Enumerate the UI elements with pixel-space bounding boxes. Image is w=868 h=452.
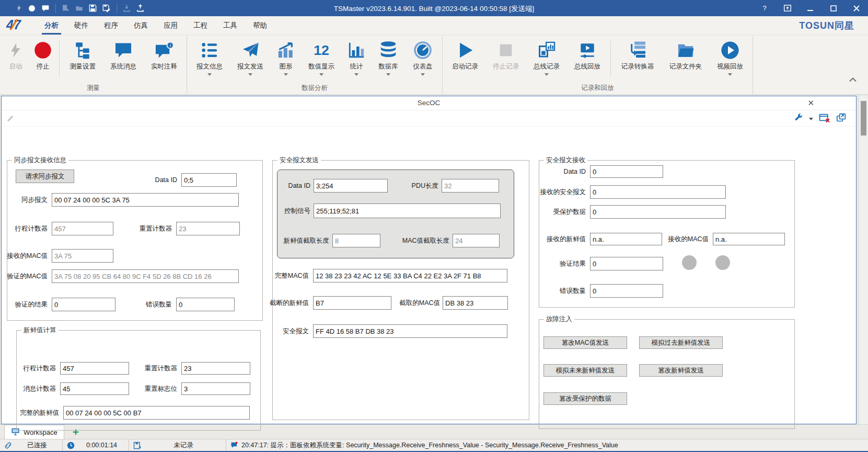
toolbar-system-message[interactable]: 系统消息: [103, 38, 144, 71]
simulate-future-freshness-button[interactable]: 模拟未来新鲜值发送: [543, 364, 627, 377]
tamper-freshness-button[interactable]: 篡改新鲜值发送: [639, 364, 723, 377]
popout-window-icon[interactable]: [836, 113, 847, 125]
toolbar-dashboard[interactable]: 仪表盘: [406, 38, 440, 78]
toolbar-graphics[interactable]: 图形: [271, 38, 301, 78]
menu-simulation[interactable]: 仿真: [126, 16, 156, 35]
wrench-icon[interactable]: [794, 113, 803, 125]
toolbar-video-playback[interactable]: 视频回放: [710, 38, 750, 78]
rx-verify-result-input[interactable]: [590, 257, 663, 270]
received-secure-msg-input[interactable]: [590, 185, 726, 199]
toolbar-record-folder[interactable]: 记录文件夹: [662, 38, 710, 71]
toolbar-record-converter[interactable]: 记录转换器: [614, 38, 662, 71]
rx-data-id-input[interactable]: [590, 165, 663, 178]
toolbar-message-info[interactable]: 报文信息: [189, 38, 230, 78]
close-button[interactable]: [845, 0, 868, 16]
separator: [610, 40, 611, 77]
toolbar-numeric-display[interactable]: 12 数值显示: [301, 38, 342, 78]
database-icon: [379, 38, 398, 62]
svg-text:i: i: [170, 42, 171, 48]
truncated-freshness-input[interactable]: [313, 296, 391, 310]
toolbar-stop-record[interactable]: 停止记录: [485, 38, 526, 71]
edit-pencil-icon[interactable]: [7, 114, 15, 124]
workarea: SecOC ✕ 同步报文接收信息 请求同步报文 Data ID: [0, 95, 868, 424]
tamper-protected-data-button[interactable]: 篡改受保护的数据: [543, 392, 627, 405]
status-message: 20:47:17: 提示：面板依赖系统变量: Security_Message.…: [238, 441, 618, 450]
record-file-icon: [133, 442, 141, 449]
rx-received-mac-input[interactable]: [713, 233, 785, 245]
calc-trip-counter-input[interactable]: [60, 362, 129, 375]
chevron-down-icon: [386, 73, 390, 78]
scrollbar-thumb[interactable]: [861, 101, 866, 135]
toolbar-bus-playback[interactable]: 总线回放: [567, 38, 608, 71]
toolbar-start-record[interactable]: 启动记录: [445, 38, 485, 71]
verified-mac-input[interactable]: [52, 269, 239, 283]
menu-application[interactable]: 应用: [156, 16, 186, 35]
start-record-icon: [456, 38, 474, 62]
field-label: 控制信号: [284, 204, 310, 218]
secoc-toolbar: [2, 110, 856, 127]
group-title: 故障注入: [544, 315, 574, 324]
toolbar-bus-record[interactable]: 总线记录: [526, 38, 567, 78]
request-sync-button[interactable]: 请求同步报文: [16, 170, 74, 183]
verify-result-input[interactable]: [52, 298, 115, 311]
menu-hardware[interactable]: 硬件: [66, 16, 96, 35]
chevron-down-icon: [421, 73, 425, 78]
minimize-button[interactable]: [799, 0, 822, 16]
tamper-mac-button[interactable]: 篡改MAC值发送: [543, 336, 627, 349]
group-title: 新鲜值计算: [21, 326, 59, 335]
toolbar-start[interactable]: 启动: [2, 38, 29, 71]
menu-project[interactable]: 工程: [186, 16, 215, 35]
record-converter-icon: [628, 38, 647, 62]
toolbar-database[interactable]: 数据库: [371, 38, 406, 78]
toolbar-realtime-comment[interactable]: i 实时注释: [144, 38, 184, 71]
vertical-scrollbar[interactable]: [859, 96, 868, 424]
reset-counter-input[interactable]: [176, 222, 240, 235]
maximize-button[interactable]: [822, 0, 845, 16]
measurement-setup-icon: [74, 38, 91, 62]
pdu-length-input[interactable]: [442, 179, 499, 193]
toolbar-statistics[interactable]: 统计: [342, 38, 371, 78]
received-freshness-input[interactable]: [590, 233, 662, 245]
separator: [59, 40, 60, 77]
truncated-mac-input[interactable]: [443, 296, 508, 310]
message-counter-input[interactable]: [60, 382, 129, 395]
menu-help[interactable]: 帮助: [245, 16, 275, 35]
received-mac-input[interactable]: [52, 249, 113, 263]
ribbon-display-icon[interactable]: [776, 0, 799, 16]
toolbar-measurement-setup[interactable]: 测量设置: [62, 38, 103, 71]
control-signal-input[interactable]: [314, 204, 501, 218]
panel-close-icon[interactable]: ✕: [807, 98, 814, 108]
menu-program[interactable]: 程序: [96, 16, 126, 35]
ribbon-collapse-icon[interactable]: [849, 76, 857, 84]
link-icon: [4, 442, 12, 449]
reset-flag-input[interactable]: [181, 382, 250, 395]
full-freshness-input[interactable]: [63, 406, 250, 420]
trip-counter-input[interactable]: [52, 222, 113, 235]
mac-trunc-len-input[interactable]: [453, 234, 500, 247]
tx-data-id-input[interactable]: [314, 179, 388, 193]
protected-data-input[interactable]: [590, 205, 726, 219]
sync-message-input[interactable]: [52, 193, 239, 207]
chevron-down-icon[interactable]: [809, 118, 813, 122]
error-count-input[interactable]: [176, 298, 235, 311]
field-label: Data ID: [288, 179, 310, 193]
help-button[interactable]: ?: [753, 0, 776, 16]
fault-injection-group: 故障注入 篡改MAC值发送 模拟过去新鲜值发送 模拟未来新鲜值发送 篡改新鲜值发…: [539, 319, 795, 429]
rx-error-count-input[interactable]: [590, 284, 663, 298]
record-label: 未记录: [141, 441, 226, 450]
calc-reset-counter-input[interactable]: [181, 362, 250, 375]
full-mac-input[interactable]: [313, 269, 507, 282]
toolbar-message-send[interactable]: 报文发送: [230, 38, 271, 78]
time-status: 0:00:01:14: [63, 439, 129, 451]
menu-tools[interactable]: 工具: [215, 16, 245, 35]
freshness-trunc-len-input[interactable]: [332, 234, 380, 247]
chevron-down-icon: [207, 73, 212, 78]
menu-analysis[interactable]: 分析: [37, 16, 66, 35]
simulate-past-freshness-button[interactable]: 模拟过去新鲜值发送: [639, 336, 723, 349]
close-window-icon[interactable]: [819, 113, 830, 125]
toolbar-stop[interactable]: 停止: [29, 38, 56, 71]
secure-message-input[interactable]: [313, 324, 507, 338]
field-label: MAC值截取长度: [402, 234, 449, 247]
connection-status: 已连接: [0, 439, 63, 451]
sync-data-id-input[interactable]: [181, 173, 237, 187]
